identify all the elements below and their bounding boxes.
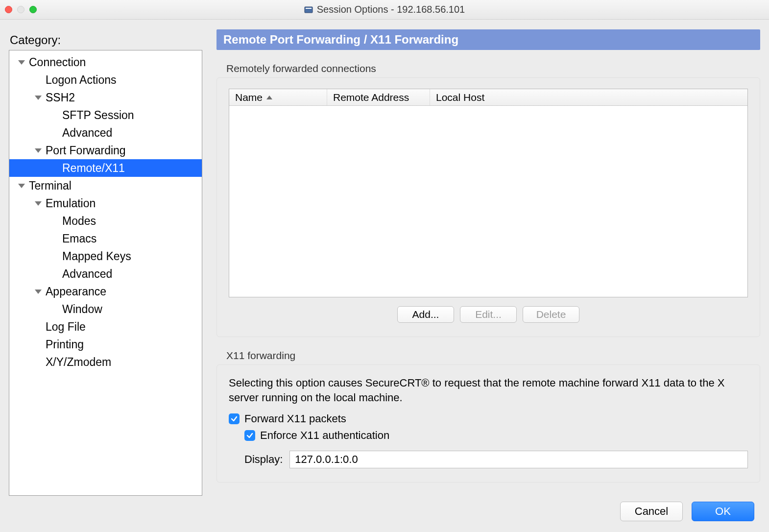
app-icon xyxy=(304,5,313,14)
panel-title: Remote Port Forwarding / X11 Forwarding xyxy=(216,29,760,50)
window-title: Session Options - 192.168.56.101 xyxy=(0,4,769,15)
tree-log-file[interactable]: Log File xyxy=(9,318,202,336)
tree-connection[interactable]: Connection xyxy=(9,53,202,71)
remote-forward-label: Remotely forwarded connections xyxy=(226,63,760,74)
tree-appearance[interactable]: Appearance xyxy=(9,283,202,300)
table-header[interactable]: Name Remote Address Local Host xyxy=(229,89,747,106)
category-heading: Category: xyxy=(10,33,205,47)
col-name[interactable]: Name xyxy=(229,89,327,105)
tree-emacs[interactable]: Emacs xyxy=(9,230,202,247)
checkbox-checked-icon xyxy=(229,413,240,424)
tree-remote-x11[interactable]: Remote/X11 xyxy=(9,159,202,177)
tree-window[interactable]: Window xyxy=(9,300,202,318)
edit-button[interactable]: Edit... xyxy=(460,306,517,323)
titlebar: Session Options - 192.168.56.101 xyxy=(0,0,769,20)
x11-description: Selecting this option causes SecureCRT® … xyxy=(229,376,748,405)
tree-modes[interactable]: Modes xyxy=(9,212,202,230)
delete-button[interactable]: Delete xyxy=(523,306,579,323)
col-local-host[interactable]: Local Host xyxy=(430,89,747,105)
sort-asc-icon xyxy=(266,96,272,99)
chevron-down-icon xyxy=(35,148,42,153)
tree-port-forwarding[interactable]: Port Forwarding xyxy=(9,142,202,159)
enforce-x11-checkbox[interactable]: Enforce X11 authentication xyxy=(244,429,748,442)
x11-forward-group: Selecting this option causes SecureCRT® … xyxy=(216,364,760,483)
forward-x11-checkbox[interactable]: Forward X11 packets xyxy=(229,412,748,425)
svg-rect-0 xyxy=(305,7,312,13)
cancel-button[interactable]: Cancel xyxy=(620,502,683,521)
tree-emu-advanced[interactable]: Advanced xyxy=(9,265,202,283)
ok-button[interactable]: OK xyxy=(692,502,754,521)
chevron-down-icon xyxy=(18,184,25,188)
remote-forward-group: Name Remote Address Local Host Add... Ed… xyxy=(216,77,760,337)
tree-emulation[interactable]: Emulation xyxy=(9,194,202,212)
chevron-down-icon xyxy=(35,96,42,100)
dialog-buttons: Cancel OK xyxy=(620,502,754,521)
tree-printing[interactable]: Printing xyxy=(9,336,202,353)
tree-sftp-session[interactable]: SFTP Session xyxy=(9,106,202,124)
remote-forward-table[interactable]: Name Remote Address Local Host xyxy=(229,89,748,297)
category-tree[interactable]: Connection Logon Actions SSH2 SFTP Sessi… xyxy=(9,50,202,496)
col-remote-address[interactable]: Remote Address xyxy=(327,89,430,105)
x11-forward-label: X11 forwarding xyxy=(226,350,760,362)
chevron-down-icon xyxy=(18,60,25,65)
checkbox-checked-icon xyxy=(244,430,255,441)
tree-logon-actions[interactable]: Logon Actions xyxy=(9,71,202,89)
display-input[interactable] xyxy=(289,451,748,468)
tree-ssh2-advanced[interactable]: Advanced xyxy=(9,124,202,142)
window-title-text: Session Options - 192.168.56.101 xyxy=(317,4,465,15)
enforce-x11-label: Enforce X11 authentication xyxy=(260,429,389,442)
forward-x11-label: Forward X11 packets xyxy=(244,412,346,425)
chevron-down-icon xyxy=(35,290,42,294)
tree-xyzmodem[interactable]: X/Y/Zmodem xyxy=(9,353,202,371)
chevron-down-icon xyxy=(35,201,42,206)
display-label: Display: xyxy=(244,453,283,466)
tree-mapped-keys[interactable]: Mapped Keys xyxy=(9,247,202,265)
tree-ssh2[interactable]: SSH2 xyxy=(9,89,202,106)
tree-terminal[interactable]: Terminal xyxy=(9,177,202,194)
add-button[interactable]: Add... xyxy=(397,306,454,323)
svg-rect-1 xyxy=(306,8,312,9)
